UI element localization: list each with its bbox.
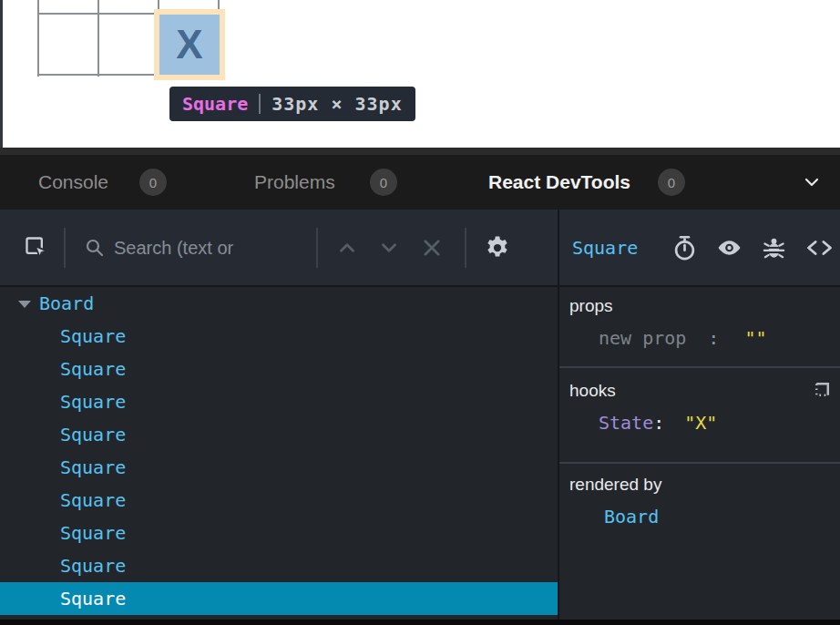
- tree-item-label: Square: [60, 522, 126, 544]
- inspected-component-header: Square: [559, 210, 840, 286]
- devtools-tab-bar: Console 0 Problems 0 React DevTools 0: [0, 155, 840, 210]
- view-source-code-icon[interactable]: [804, 237, 835, 259]
- tree-item-label: Square: [60, 358, 126, 380]
- hook-name: State: [599, 412, 653, 434]
- tree-item-square[interactable]: Square: [0, 320, 558, 353]
- hooks-section: hooks State : "X": [559, 368, 840, 464]
- tree-item-square[interactable]: Square: [0, 484, 558, 517]
- props-section: props new prop : "": [559, 287, 840, 368]
- search-input[interactable]: [114, 238, 316, 259]
- inspect-dom-eye-icon[interactable]: [715, 237, 743, 259]
- tree-item-square-selected[interactable]: Square: [0, 582, 558, 615]
- tree-item-square[interactable]: Square: [0, 418, 558, 451]
- tab-react-devtools[interactable]: React DevTools: [488, 155, 630, 210]
- component-tree: Board Square Square Square Square Square…: [0, 287, 558, 620]
- browser-page-viewport: X Square 33px × 33px: [0, 0, 840, 148]
- devtools-top-band: [0, 148, 840, 155]
- components-toolbar: [0, 210, 558, 286]
- new-prop-value-input[interactable]: "": [744, 327, 766, 349]
- tab-console-badge: 0: [139, 169, 167, 196]
- chevron-down-icon[interactable]: [804, 175, 820, 190]
- new-prop-name-input[interactable]: new prop: [599, 327, 686, 349]
- search-icon: [84, 237, 106, 259]
- tree-item-label: Board: [39, 292, 94, 314]
- tree-item-square[interactable]: Square: [0, 353, 558, 385]
- inspect-overlay-tooltip: Square 33px × 33px: [169, 87, 415, 121]
- toolbar-separator: [465, 228, 466, 268]
- tree-item-label: Square: [60, 555, 126, 577]
- tooltip-component-name: Square: [182, 93, 248, 115]
- search-clear-icon[interactable]: [421, 237, 443, 259]
- tab-console[interactable]: Console: [38, 155, 108, 210]
- rendered-by-section: rendered by Board: [559, 464, 840, 528]
- props-heading: props: [569, 296, 840, 316]
- rendered-by-heading: rendered by: [569, 475, 840, 495]
- search-next-icon[interactable]: [379, 238, 399, 258]
- toolbar-separator: [316, 228, 318, 268]
- tree-item-square[interactable]: Square: [0, 385, 558, 418]
- state-hook-row: State : "X": [569, 412, 840, 434]
- devtools-window: X Square 33px × 33px Console 0 Problems …: [0, 0, 840, 625]
- tooltip-divider: [259, 94, 261, 114]
- tooltip-size: 33px × 33px: [271, 93, 402, 115]
- tree-item-square[interactable]: Square: [0, 517, 558, 549]
- inspect-element-icon[interactable]: [24, 235, 49, 261]
- window-left-edge: [0, 0, 3, 148]
- component-inspector: props new prop : "" hooks State : "X": [559, 287, 840, 620]
- inspected-component-title: Square: [572, 237, 638, 259]
- tab-react-devtools-badge: 0: [658, 169, 685, 196]
- new-prop-row: new prop : "": [569, 327, 840, 349]
- tree-item-square[interactable]: Square: [0, 549, 558, 582]
- expand-triangle-icon[interactable]: [18, 301, 31, 308]
- bottom-edge: [0, 620, 840, 625]
- tree-item-label: Square: [60, 489, 126, 511]
- tab-problems[interactable]: Problems: [254, 155, 335, 210]
- hooks-heading: hooks: [569, 381, 840, 401]
- rendered-by-board-link[interactable]: Board: [569, 506, 659, 528]
- tab-problems-badge: 0: [370, 169, 397, 196]
- settings-gear-icon[interactable]: [484, 234, 511, 261]
- square-button-highlighted[interactable]: X: [159, 15, 220, 75]
- debug-bug-icon[interactable]: [762, 235, 786, 261]
- hook-colon: :: [653, 412, 664, 434]
- toolbar-separator: [64, 228, 66, 268]
- tree-item-board[interactable]: Board: [0, 287, 558, 320]
- square-x-value: X: [176, 25, 202, 65]
- tree-item-label: Square: [60, 456, 126, 478]
- tree-item-label: Square: [60, 391, 126, 413]
- tree-item-label: Square: [60, 588, 126, 610]
- tree-item-label: Square: [60, 424, 126, 446]
- hook-value-input[interactable]: "X": [684, 412, 717, 434]
- parse-hook-names-icon[interactable]: [810, 379, 833, 402]
- tree-item-square[interactable]: Square: [0, 451, 558, 484]
- suspend-stopwatch-icon[interactable]: [672, 235, 697, 261]
- tree-item-label: Square: [60, 325, 126, 347]
- prop-colon: :: [708, 327, 719, 349]
- search-prev-icon[interactable]: [337, 238, 357, 258]
